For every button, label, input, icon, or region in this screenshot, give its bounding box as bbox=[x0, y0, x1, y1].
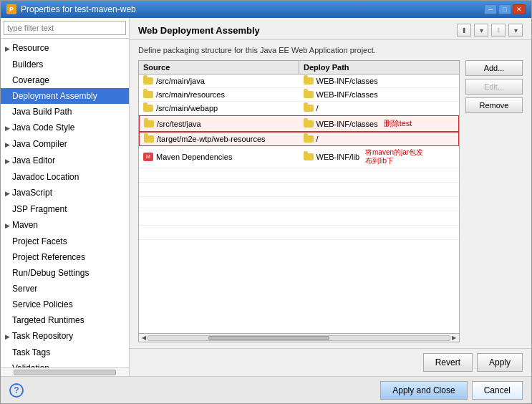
window-icon: P bbox=[6, 4, 16, 14]
source-cell: M Maven Dependencies bbox=[139, 146, 299, 168]
deploy-cell: WEB-INF/lib 将maven的jar包发布到lib下 bbox=[299, 146, 460, 168]
minimize-button[interactable]: ─ bbox=[484, 4, 497, 14]
source-cell: /src/main/webapp bbox=[139, 102, 299, 115]
description-text: Define packaging structure for this Java… bbox=[138, 46, 523, 54]
nav-item-service-policies[interactable]: Service Policies bbox=[1, 297, 129, 312]
remove-button[interactable]: Remove bbox=[465, 97, 523, 113]
nav-item-project-facets[interactable]: Project Facets bbox=[1, 234, 129, 249]
left-scrollbar-thumb[interactable] bbox=[14, 370, 116, 375]
folder-icon bbox=[143, 77, 153, 85]
nav-item-builders[interactable]: Builders bbox=[1, 57, 129, 72]
folder-icon bbox=[144, 135, 154, 143]
apply-button[interactable]: Apply bbox=[477, 353, 523, 372]
title-bar-left: P Properties for test-maven-web bbox=[6, 4, 136, 14]
table-row-empty[interactable] bbox=[139, 211, 459, 226]
close-button[interactable]: ✕ bbox=[513, 4, 526, 14]
filter-input[interactable] bbox=[4, 21, 126, 35]
scroll-track bbox=[147, 335, 450, 341]
right-panel: Web Deployment Assembly ⬆ ▾ ⬇ ▾ Define p… bbox=[130, 18, 531, 376]
nav-item-maven[interactable]: ▶Maven bbox=[1, 217, 129, 234]
filter-box bbox=[1, 18, 129, 39]
nav-item-java-compiler[interactable]: ▶Java Compiler bbox=[1, 136, 129, 153]
bottom-buttons: Revert Apply bbox=[130, 348, 531, 376]
arrow-icon: ▶ bbox=[5, 333, 10, 340]
table-row[interactable]: /target/m2e-wtp/web-resources / bbox=[139, 132, 459, 146]
scroll-thumb[interactable] bbox=[208, 336, 329, 340]
nav-arrows: ⬆ ▾ ⬇ ▾ bbox=[457, 24, 523, 37]
deploy-cell: / bbox=[299, 133, 459, 145]
table-row-empty[interactable] bbox=[139, 226, 459, 240]
table-row-empty[interactable] bbox=[139, 197, 459, 211]
left-panel: ▶Resource Builders Coverage Deployment A… bbox=[1, 18, 130, 376]
dropdown-arrow[interactable]: ▾ bbox=[508, 24, 523, 37]
table-row[interactable]: /src/main/webapp / bbox=[139, 102, 459, 115]
nav-item-task-repository[interactable]: ▶Task Repository bbox=[1, 328, 129, 345]
nav-item-deployment-assembly[interactable]: Deployment Assembly bbox=[1, 88, 129, 104]
content-area: ▶Resource Builders Coverage Deployment A… bbox=[1, 18, 531, 376]
table-area: Source Deploy Path /src/main/java bbox=[138, 60, 523, 342]
panel-title: Web Deployment Assembly bbox=[138, 25, 260, 36]
nav-item-java-editor[interactable]: ▶Java Editor bbox=[1, 153, 129, 169]
right-content: Define packaging structure for this Java… bbox=[130, 40, 531, 348]
cancel-button[interactable]: Cancel bbox=[472, 381, 523, 400]
title-bar: P Properties for test-maven-web ─ □ ✕ bbox=[1, 1, 531, 18]
table-header: Source Deploy Path bbox=[139, 61, 459, 74]
table-row[interactable]: /src/test/java WEB-INF/classes 删除test bbox=[139, 115, 459, 132]
nav-item-jsp-fragment[interactable]: JSP Fragment bbox=[1, 201, 129, 217]
folder-icon bbox=[304, 105, 314, 112]
table-row[interactable]: /src/main/resources WEB-INF/classes bbox=[139, 88, 459, 102]
arrow-icon: ▶ bbox=[5, 141, 10, 148]
table-row-empty[interactable] bbox=[139, 183, 459, 197]
source-cell: /src/test/java bbox=[140, 116, 299, 131]
col-source-header: Source bbox=[139, 61, 299, 74]
annotation-delete-test: 删除test bbox=[384, 118, 412, 129]
horizontal-scrollbar[interactable]: ◀ ▶ bbox=[139, 333, 459, 342]
nav-item-java-code-style[interactable]: ▶Java Code Style bbox=[1, 120, 129, 136]
apply-close-button[interactable]: Apply and Close bbox=[380, 381, 467, 400]
arrow-icon: ▶ bbox=[5, 190, 10, 197]
table-row[interactable]: /src/main/java WEB-INF/classes bbox=[139, 74, 459, 88]
table-row-maven[interactable]: M Maven Dependencies WEB-INF/lib 将maven的… bbox=[139, 146, 459, 168]
next-button[interactable]: ⬇ bbox=[491, 24, 506, 37]
help-button[interactable]: ? bbox=[9, 383, 24, 398]
folder-icon bbox=[304, 153, 314, 160]
nav-item-project-references[interactable]: Project References bbox=[1, 249, 129, 265]
folder-icon bbox=[304, 77, 314, 85]
side-buttons: Add... Edit... Remove bbox=[465, 60, 523, 342]
folder-icon bbox=[304, 120, 314, 128]
maven-icon: M bbox=[143, 153, 153, 161]
nav-item-javascript[interactable]: ▶JavaScript bbox=[1, 185, 129, 201]
back-button[interactable]: ⬆ bbox=[457, 24, 471, 37]
source-cell: /src/main/resources bbox=[139, 88, 299, 101]
right-header: Web Deployment Assembly ⬆ ▾ ⬇ ▾ bbox=[130, 18, 531, 40]
nav-item-java-build-path[interactable]: Java Build Path bbox=[1, 104, 129, 120]
nav-item-run-debug[interactable]: Run/Debug Settings bbox=[1, 265, 129, 281]
add-button[interactable]: Add... bbox=[465, 60, 523, 76]
nav-list: ▶Resource Builders Coverage Deployment A… bbox=[1, 39, 129, 367]
folder-icon bbox=[143, 91, 153, 98]
title-bar-controls: ─ □ ✕ bbox=[484, 4, 526, 14]
nav-item-resource[interactable]: ▶Resource bbox=[1, 40, 129, 57]
maximize-button[interactable]: □ bbox=[498, 4, 511, 14]
deploy-cell: WEB-INF/classes bbox=[299, 88, 460, 101]
source-cell: /target/m2e-wtp/web-resources bbox=[140, 133, 299, 145]
deploy-cell: / bbox=[299, 102, 460, 115]
table-row-empty[interactable] bbox=[139, 168, 459, 183]
nav-item-targeted-runtimes[interactable]: Targeted Runtimes bbox=[1, 312, 129, 328]
source-cell: /src/main/java bbox=[139, 74, 299, 87]
folder-icon bbox=[143, 105, 153, 112]
scroll-left-button[interactable]: ◀ bbox=[140, 335, 147, 342]
nav-item-coverage[interactable]: Coverage bbox=[1, 72, 129, 88]
nav-item-validation[interactable]: Validation bbox=[1, 360, 129, 367]
folder-icon bbox=[144, 120, 154, 128]
nav-item-javadoc[interactable]: Javadoc Location bbox=[1, 169, 129, 185]
revert-button[interactable]: Revert bbox=[423, 353, 473, 372]
folder-icon bbox=[304, 91, 314, 98]
nav-item-server[interactable]: Server bbox=[1, 281, 129, 297]
footer-buttons: Apply and Close Cancel bbox=[380, 381, 523, 400]
left-scroll[interactable] bbox=[1, 367, 129, 376]
arrow-icon: ▶ bbox=[5, 125, 10, 132]
scroll-right-button[interactable]: ▶ bbox=[450, 335, 458, 342]
edit-button[interactable]: Edit... bbox=[465, 79, 523, 95]
nav-item-task-tags[interactable]: Task Tags bbox=[1, 345, 129, 360]
